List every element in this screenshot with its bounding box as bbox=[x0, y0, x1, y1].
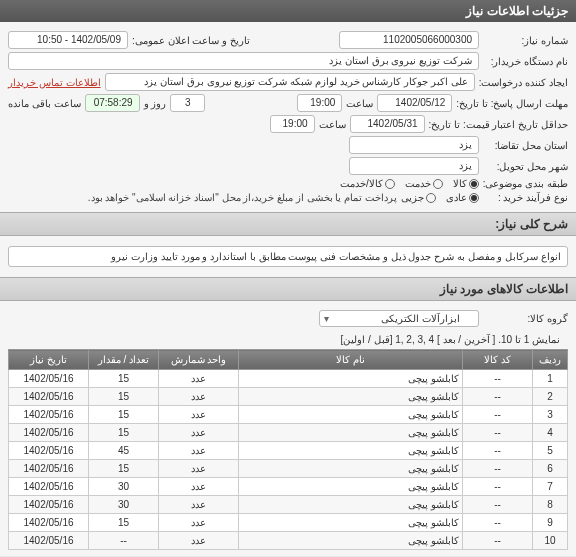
table-row[interactable]: 4--کابلشو پیچیعدد151402/05/16 bbox=[9, 424, 568, 442]
page-header: جزئیات اطلاعات نیاز bbox=[0, 0, 576, 22]
cell-name: کابلشو پیچی bbox=[239, 388, 463, 406]
cell-idx: 2 bbox=[533, 388, 568, 406]
validity-time: 19:00 bbox=[270, 115, 315, 133]
cell-date: 1402/05/16 bbox=[9, 370, 89, 388]
col-date: تاریخ نیاز bbox=[9, 350, 89, 370]
cell-unit: عدد bbox=[159, 370, 239, 388]
cell-code: -- bbox=[463, 406, 533, 424]
cell-qty: 30 bbox=[89, 496, 159, 514]
general-title: شرح کلی نیاز: bbox=[0, 212, 576, 236]
cell-code: -- bbox=[463, 442, 533, 460]
cell-name: کابلشو پیچی bbox=[239, 370, 463, 388]
cell-code: -- bbox=[463, 424, 533, 442]
radio-service-label: خدمت bbox=[405, 178, 431, 189]
radio-partial[interactable] bbox=[426, 193, 436, 203]
radio-normal-label: عادی bbox=[446, 192, 467, 203]
cell-date: 1402/05/16 bbox=[9, 442, 89, 460]
deadline-label: مهلت ارسال پاسخ: تا تاریخ: bbox=[456, 98, 568, 109]
cell-name: کابلشو پیچی bbox=[239, 532, 463, 550]
items-title: اطلاعات کالاهای مورد نیاز bbox=[0, 277, 576, 301]
cell-code: -- bbox=[463, 370, 533, 388]
table-row[interactable]: 8--کابلشو پیچیعدد301402/05/16 bbox=[9, 496, 568, 514]
cell-idx: 6 bbox=[533, 460, 568, 478]
cell-name: کابلشو پیچی bbox=[239, 460, 463, 478]
cell-unit: عدد bbox=[159, 478, 239, 496]
pager: نمایش 1 تا 10. [ آخرین / بعد ] 4 ,3 ,2 ,… bbox=[8, 330, 568, 349]
cell-date: 1402/05/16 bbox=[9, 532, 89, 550]
col-code: کد کالا bbox=[463, 350, 533, 370]
cell-unit: عدد bbox=[159, 496, 239, 514]
radio-goods[interactable] bbox=[469, 179, 479, 189]
pager-count: نمایش 1 تا 10. bbox=[498, 334, 560, 345]
validity-date: 1402/05/31 bbox=[350, 115, 425, 133]
reqloc-label: استان محل تقاضا: bbox=[483, 140, 568, 151]
radio-service[interactable] bbox=[433, 179, 443, 189]
contact-link[interactable]: اطلاعات تماس خریدار bbox=[8, 77, 101, 88]
time-remaining: 07:58:29 bbox=[85, 94, 140, 112]
table-row[interactable]: 6--کابلشو پیچیعدد151402/05/16 bbox=[9, 460, 568, 478]
col-name: نام کالا bbox=[239, 350, 463, 370]
group-label: گروه کالا: bbox=[483, 313, 568, 324]
table-row[interactable]: 1--کابلشو پیچیعدد151402/05/16 bbox=[9, 370, 568, 388]
cell-idx: 1 bbox=[533, 370, 568, 388]
cell-qty: 30 bbox=[89, 478, 159, 496]
cell-unit: عدد bbox=[159, 514, 239, 532]
table-row[interactable]: 9--کابلشو پیچیعدد151402/05/16 bbox=[9, 514, 568, 532]
cell-idx: 3 bbox=[533, 406, 568, 424]
reqno-value: 1102005066000300 bbox=[339, 31, 479, 49]
col-qty: تعداد / مقدار bbox=[89, 350, 159, 370]
cell-date: 1402/05/16 bbox=[9, 406, 89, 424]
table-row[interactable]: 2--کابلشو پیچیعدد151402/05/16 bbox=[9, 388, 568, 406]
table-row[interactable]: 10--کابلشو پیچیعدد--1402/05/16 bbox=[9, 532, 568, 550]
delloc-value: یزد bbox=[349, 157, 479, 175]
cell-code: -- bbox=[463, 496, 533, 514]
col-idx: ردیف bbox=[533, 350, 568, 370]
cell-code: -- bbox=[463, 478, 533, 496]
reqno-label: شماره نیاز: bbox=[483, 35, 568, 46]
process-note: پرداخت تمام یا بخشی از مبلغ خرید،از محل … bbox=[88, 192, 397, 203]
pubdate-label: تاریخ و ساعت اعلان عمومی: bbox=[132, 35, 250, 46]
creator-label: ایجاد کننده درخواست: bbox=[479, 77, 568, 88]
days-label: روز و bbox=[144, 98, 167, 109]
subject-radio-group: کالا خدمت کالا/خدمت bbox=[340, 178, 479, 189]
radio-goods-label: کالا bbox=[453, 178, 467, 189]
cell-date: 1402/05/16 bbox=[9, 478, 89, 496]
cell-date: 1402/05/16 bbox=[9, 460, 89, 478]
table-row[interactable]: 5--کابلشو پیچیعدد451402/05/16 bbox=[9, 442, 568, 460]
cell-code: -- bbox=[463, 514, 533, 532]
radio-partial-label: جزیی bbox=[401, 192, 424, 203]
group-dropdown[interactable]: ابزارآلات الکتریکی bbox=[319, 310, 479, 327]
general-desc: انواع سرکابل و مفصل به شرح جدول ذیل و مش… bbox=[8, 246, 568, 267]
cell-unit: عدد bbox=[159, 532, 239, 550]
deadline-date: 1402/05/12 bbox=[377, 94, 452, 112]
process-radio-group: عادی جزیی bbox=[401, 192, 479, 203]
cell-qty: 15 bbox=[89, 370, 159, 388]
days-remaining: 3 bbox=[170, 94, 205, 112]
process-label: نوع فرآیند خرید : bbox=[483, 192, 568, 203]
cell-date: 1402/05/16 bbox=[9, 424, 89, 442]
cell-name: کابلشو پیچی bbox=[239, 406, 463, 424]
pager-links[interactable]: [ آخرین / بعد ] 4 ,3 ,2 ,1 [قبل / اولین] bbox=[341, 334, 496, 345]
table-row[interactable]: 3--کابلشو پیچیعدد151402/05/16 bbox=[9, 406, 568, 424]
subject-label: طبقه بندی موضوعی: bbox=[483, 178, 568, 189]
cell-name: کابلشو پیچی bbox=[239, 442, 463, 460]
cell-name: کابلشو پیچی bbox=[239, 514, 463, 532]
cell-unit: عدد bbox=[159, 460, 239, 478]
radio-normal[interactable] bbox=[469, 193, 479, 203]
cell-idx: 9 bbox=[533, 514, 568, 532]
cell-name: کابلشو پیچی bbox=[239, 496, 463, 514]
cell-qty: -- bbox=[89, 532, 159, 550]
cell-date: 1402/05/16 bbox=[9, 514, 89, 532]
cell-unit: عدد bbox=[159, 424, 239, 442]
cell-idx: 8 bbox=[533, 496, 568, 514]
cell-date: 1402/05/16 bbox=[9, 496, 89, 514]
time-label-1: ساعت bbox=[346, 98, 373, 109]
radio-goodsservice[interactable] bbox=[385, 179, 395, 189]
time-label-2: ساعت bbox=[319, 119, 346, 130]
table-row[interactable]: 7--کابلشو پیچیعدد301402/05/16 bbox=[9, 478, 568, 496]
validity-label: حداقل تاریخ اعتبار قیمت: تا تاریخ: bbox=[429, 119, 568, 130]
cell-qty: 15 bbox=[89, 388, 159, 406]
cell-code: -- bbox=[463, 532, 533, 550]
cell-idx: 10 bbox=[533, 532, 568, 550]
deadline-time: 19:00 bbox=[297, 94, 342, 112]
